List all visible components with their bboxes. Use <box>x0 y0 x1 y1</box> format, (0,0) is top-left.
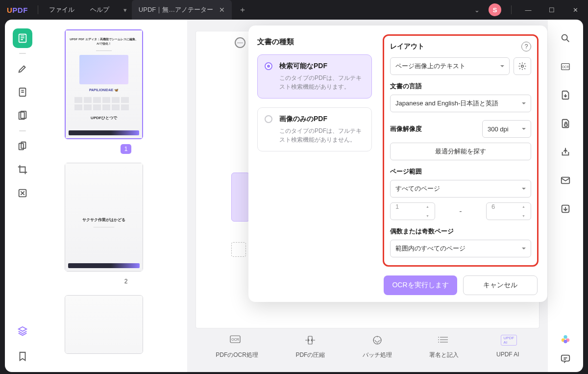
selection-handle[interactable] <box>231 242 246 257</box>
tool-redact[interactable] <box>13 136 32 156</box>
shortcut-ai[interactable]: UPDF AI UPDF AI <box>496 333 519 359</box>
right-toolbar: OCR <box>548 20 583 372</box>
spin-up-icon[interactable]: ▲ <box>426 205 433 208</box>
thumb-mock-image <box>79 55 128 84</box>
language-select[interactable]: Japanese and English-日本語と英語 <box>390 95 531 112</box>
divider <box>38 5 38 14</box>
detect-resolution-button[interactable]: 最適分解能を探す <box>390 143 531 160</box>
parity-select[interactable]: 範囲内のすべてのページ <box>390 240 531 257</box>
bookmark-button[interactable] <box>13 347 32 366</box>
tool-organize[interactable] <box>13 106 32 125</box>
sign-icon <box>435 333 453 347</box>
menu-file[interactable]: ファイル <box>41 5 82 14</box>
tool-edit[interactable] <box>13 82 32 102</box>
help-button[interactable]: ? <box>521 42 531 51</box>
range-dash: - <box>440 207 481 216</box>
range-from-input[interactable]: 1 ▲▼ <box>390 202 435 220</box>
popover-collapse-button[interactable]: — <box>235 37 245 48</box>
page-thumbnail-3[interactable] <box>65 295 143 354</box>
option-title: 検索可能なPDF <box>279 62 365 71</box>
ai-icon: UPDF AI <box>498 333 517 347</box>
cancel-button[interactable]: キャンセル <box>463 275 538 295</box>
shortcut-label: PDFの圧縮 <box>295 351 325 359</box>
document-tab[interactable]: UPDF｜無…アノテーター ✕ <box>132 0 232 20</box>
share-button[interactable] <box>556 142 575 162</box>
thumb-footer: UPDFひとつで <box>91 115 117 121</box>
tool-shortcuts: OCR PDFのOCR処理 PDFの圧縮 バッチ処理 署名と記入 UPDF AI… <box>187 333 548 359</box>
layout-select[interactable]: ページ画像上のテキスト <box>390 57 510 75</box>
resolution-select[interactable]: 300 dpi <box>482 120 531 138</box>
ocr-icon: OCR <box>228 333 246 347</box>
search-button[interactable] <box>556 28 575 48</box>
compress-icon <box>301 333 319 347</box>
watermark-icon <box>17 188 28 199</box>
tab-close-icon[interactable]: ✕ <box>219 6 225 14</box>
account-avatar[interactable]: S <box>489 3 501 16</box>
protect-button[interactable] <box>556 114 575 133</box>
page-number-2: 2 <box>121 276 131 286</box>
ocr-button[interactable]: OCR <box>556 57 575 76</box>
right-bottom-tools <box>548 334 583 366</box>
shortcut-batch[interactable]: バッチ処理 <box>363 333 392 359</box>
page-thumbnail-2[interactable]: サクサク作業がはかどる ──────────── <box>65 163 143 272</box>
tool-reader[interactable] <box>13 28 32 48</box>
account-chevron-icon[interactable]: ⌄ <box>469 3 485 17</box>
spin-down-icon[interactable]: ▼ <box>522 214 529 218</box>
spin-up-icon[interactable]: ▲ <box>522 205 529 208</box>
search-icon <box>560 33 571 44</box>
floating-toolbar[interactable] <box>231 173 250 222</box>
tool-crop[interactable] <box>13 160 32 179</box>
svg-text:OCR: OCR <box>231 338 239 341</box>
edit-page-icon <box>17 87 28 98</box>
spin-down-icon[interactable]: ▼ <box>426 214 433 218</box>
layers-icon <box>17 325 28 336</box>
copy-pages-icon <box>17 141 28 151</box>
shortcut-compress[interactable]: PDFの圧縮 <box>295 333 325 359</box>
file-lock-icon <box>560 118 571 129</box>
tool-annotate[interactable] <box>13 59 32 78</box>
batch-icon <box>368 333 387 347</box>
gear-icon <box>518 62 527 71</box>
separator <box>19 53 26 54</box>
page-range-select[interactable]: すべてのページ <box>390 180 531 198</box>
new-tab-button[interactable]: ＋ <box>232 5 253 15</box>
app-logo: UPDF <box>0 6 35 14</box>
input-value: 6 <box>491 203 495 210</box>
layers-button[interactable] <box>13 321 32 341</box>
shortcut-sign[interactable]: 署名と記入 <box>429 333 459 359</box>
window-maximize-button[interactable]: ☐ <box>542 2 562 17</box>
menu-help[interactable]: ヘルプ <box>82 5 117 14</box>
tab-home-icon[interactable]: ▾ <box>119 6 132 14</box>
ai-badge: UPDF AI <box>501 335 517 346</box>
page-number-1: 1 <box>121 144 131 154</box>
ocr-options-section: レイアウト ? ページ画像上のテキスト 文書の言語 Japanese and E… <box>381 25 547 295</box>
svg-point-23 <box>521 65 524 68</box>
convert-button[interactable] <box>556 85 575 105</box>
save-icon <box>560 203 571 214</box>
doc-type-section: 文書の種類 検索可能なPDF このタイプのPDFは、フルテキスト検索機能がありま… <box>248 25 381 295</box>
email-button[interactable] <box>556 171 575 190</box>
pencil-icon <box>17 63 28 74</box>
print-button[interactable] <box>556 199 575 219</box>
run-ocr-button[interactable]: OCRを実行します <box>384 275 457 295</box>
range-to-input[interactable]: 6 ▲▼ <box>486 202 531 220</box>
parity-label: 偶数または奇数ページ <box>390 227 531 236</box>
option-searchable-pdf[interactable]: 検索可能なPDF このタイプのPDFは、フルテキスト検索機能があります。 <box>257 54 372 99</box>
option-desc: このタイプのPDFは、フルテキスト検索機能があります。 <box>279 74 365 91</box>
thumb-heading: UPDF PDF エディタ：高機能でシームレスに編集、AIで強化！ <box>69 37 139 46</box>
layout-settings-button[interactable] <box>514 57 531 75</box>
window-close-button[interactable]: ✕ <box>565 2 585 17</box>
separator <box>19 130 26 131</box>
page-thumbnail-1[interactable]: UPDF PDF エディタ：高機能でシームレスに編集、AIで強化！ ──────… <box>65 29 143 139</box>
svg-point-18 <box>564 335 567 339</box>
window-minimize-button[interactable]: — <box>518 2 538 17</box>
shortcut-ocr[interactable]: OCR PDFのOCR処理 <box>216 333 258 359</box>
chat-button[interactable] <box>560 353 571 366</box>
tool-more[interactable] <box>13 183 32 203</box>
option-image-only-pdf[interactable]: 画像のみのPDF このタイプのPDFは、フルテキスト検索機能がありません。 <box>257 107 372 151</box>
svg-point-12 <box>562 35 567 40</box>
ai-flower-button[interactable] <box>560 334 571 347</box>
resolution-label: 画像解像度 <box>390 125 422 133</box>
mail-icon <box>560 175 571 186</box>
page-range-label: ページ範囲 <box>390 167 531 176</box>
